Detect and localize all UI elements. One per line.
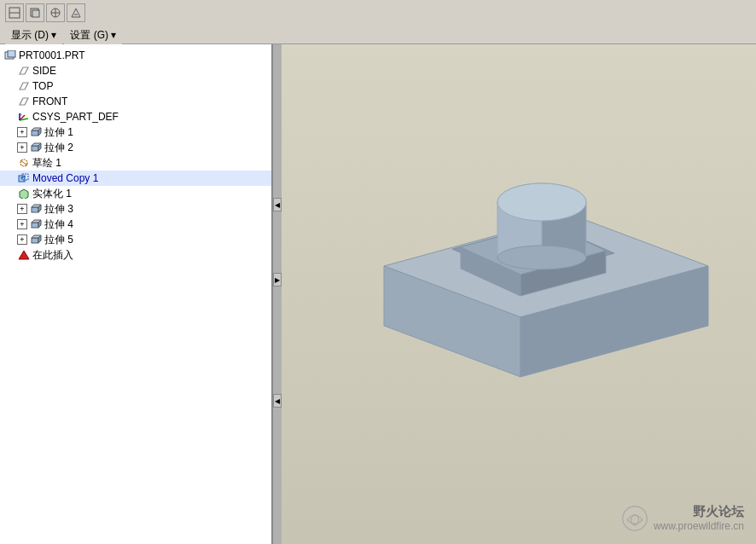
watermark: 野火论坛 www.proewildfire.cn bbox=[621, 504, 744, 532]
extrude-icon-3 bbox=[29, 203, 43, 215]
extrude-icon-4 bbox=[29, 218, 43, 230]
tree-label-side: SIDE bbox=[32, 65, 56, 77]
svg-marker-39 bbox=[19, 251, 29, 259]
model-tree: PRT0001.PRT SIDE TOP bbox=[0, 44, 271, 544]
svg-rect-10 bbox=[8, 50, 15, 57]
expand-extrude2[interactable]: + bbox=[17, 142, 27, 153]
tree-label-sketch1: 草绘 1 bbox=[32, 156, 61, 171]
tree-item-sketch1[interactable]: 草绘 1 bbox=[0, 155, 271, 171]
model-tree-panel: PRT0001.PRT SIDE TOP bbox=[0, 44, 273, 544]
extrude-icon-5 bbox=[29, 234, 43, 246]
svg-rect-18 bbox=[32, 130, 38, 136]
csys-icon: ✳ bbox=[17, 111, 31, 123]
plane-icon-front bbox=[17, 95, 31, 107]
toolbar-btn-3[interactable] bbox=[46, 3, 65, 22]
sketch-icon bbox=[17, 157, 31, 169]
tree-item-csys[interactable]: ✳ CSYS_PART_DEF bbox=[0, 109, 271, 124]
splitter-arrow-top[interactable]: ◀ bbox=[273, 198, 282, 211]
tree-item-solidify1[interactable]: 实体化 1 bbox=[0, 186, 271, 201]
plane-icon bbox=[17, 65, 31, 77]
tree-item-top[interactable]: TOP bbox=[0, 78, 271, 94]
toolbar-btn-2[interactable] bbox=[26, 3, 44, 22]
expand-extrude4[interactable]: + bbox=[17, 219, 27, 229]
model-svg bbox=[282, 44, 756, 544]
svg-rect-21 bbox=[32, 146, 38, 151]
tree-label-extrude5: 拉伸 5 bbox=[44, 233, 73, 247]
svg-rect-3 bbox=[32, 10, 39, 17]
tree-item-side[interactable]: SIDE bbox=[0, 63, 271, 78]
insert-icon bbox=[17, 249, 31, 261]
part-icon bbox=[3, 49, 17, 61]
tree-item-extrude5[interactable]: + 拉伸 5 bbox=[0, 232, 271, 247]
panel-splitter[interactable]: ◀ ▶ ◀ bbox=[273, 44, 282, 544]
extrude-icon-1 bbox=[29, 126, 43, 138]
tree-item-extrude2[interactable]: + 拉伸 2 bbox=[0, 140, 271, 155]
tree-label-front: FRONT bbox=[32, 95, 67, 107]
tree-item-extrude4[interactable]: + 拉伸 4 bbox=[0, 217, 271, 232]
watermark-text-block: 野火论坛 www.proewildfire.cn bbox=[654, 504, 744, 532]
toolbar-icon-row bbox=[0, 0, 756, 26]
splitter-arrow-bot[interactable]: ◀ bbox=[273, 394, 282, 408]
tree-label-top: TOP bbox=[32, 80, 53, 92]
svg-text:✳: ✳ bbox=[19, 112, 22, 117]
movedcopy-icon bbox=[17, 172, 31, 184]
toolbar-btn-1[interactable] bbox=[5, 3, 24, 22]
tree-item-front[interactable]: FRONT bbox=[0, 94, 271, 109]
svg-point-54 bbox=[623, 506, 647, 530]
svg-point-53 bbox=[497, 183, 586, 221]
svg-rect-33 bbox=[32, 223, 38, 228]
toolbar-menu-row: 显示 (D) ▾ 设置 (G) ▾ bbox=[0, 26, 756, 44]
svg-marker-11 bbox=[20, 67, 28, 74]
toolbar-btn-4[interactable] bbox=[67, 3, 85, 22]
expand-extrude1[interactable]: + bbox=[17, 127, 27, 137]
watermark-logo-svg bbox=[621, 505, 648, 532]
extrude-icon-2 bbox=[29, 142, 43, 153]
plane-icon-top bbox=[17, 80, 31, 92]
model-canvas: 野火论坛 www.proewildfire.cn bbox=[282, 44, 756, 544]
expand-extrude5[interactable]: + bbox=[17, 234, 27, 245]
svg-marker-12 bbox=[20, 83, 28, 90]
main-area: PRT0001.PRT SIDE TOP bbox=[0, 44, 756, 544]
tree-root[interactable]: PRT0001.PRT bbox=[0, 48, 271, 63]
tree-label-extrude4: 拉伸 4 bbox=[44, 217, 73, 232]
svg-rect-30 bbox=[32, 207, 38, 212]
tree-root-label: PRT0001.PRT bbox=[19, 49, 85, 61]
tree-item-movedcopy1[interactable]: Moved Copy 1 bbox=[0, 171, 271, 186]
solidify-icon bbox=[17, 188, 31, 200]
svg-marker-29 bbox=[20, 189, 28, 199]
toolbar: 显示 (D) ▾ 设置 (G) ▾ bbox=[0, 0, 756, 44]
tree-item-extrude1[interactable]: + 拉伸 1 bbox=[0, 124, 271, 140]
watermark-main: 野火论坛 bbox=[654, 504, 744, 520]
tree-label-extrude2: 拉伸 2 bbox=[44, 141, 73, 155]
tree-label-extrude1: 拉伸 1 bbox=[44, 125, 73, 140]
menu-settings[interactable]: 设置 (G) ▾ bbox=[64, 26, 122, 44]
tree-label-solidify1: 实体化 1 bbox=[32, 187, 72, 201]
tree-label-movedcopy1: Moved Copy 1 bbox=[32, 172, 98, 184]
svg-marker-7 bbox=[72, 9, 80, 17]
3d-viewport[interactable]: 野火论坛 www.proewildfire.cn bbox=[282, 44, 756, 544]
tree-label-csys: CSYS_PART_DEF bbox=[32, 111, 119, 123]
tree-item-insert[interactable]: 在此插入 bbox=[0, 247, 271, 263]
tree-label-extrude3: 拉伸 3 bbox=[44, 202, 73, 217]
tree-item-extrude3[interactable]: + 拉伸 3 bbox=[0, 201, 271, 217]
tree-label-insert: 在此插入 bbox=[32, 248, 73, 263]
menu-display[interactable]: 显示 (D) ▾ bbox=[5, 26, 62, 44]
splitter-arrow-mid[interactable]: ▶ bbox=[273, 273, 282, 286]
svg-rect-36 bbox=[32, 238, 38, 243]
svg-marker-13 bbox=[20, 98, 28, 105]
watermark-sub: www.proewildfire.cn bbox=[654, 520, 744, 532]
expand-extrude3[interactable]: + bbox=[17, 204, 27, 214]
svg-point-52 bbox=[497, 246, 586, 269]
